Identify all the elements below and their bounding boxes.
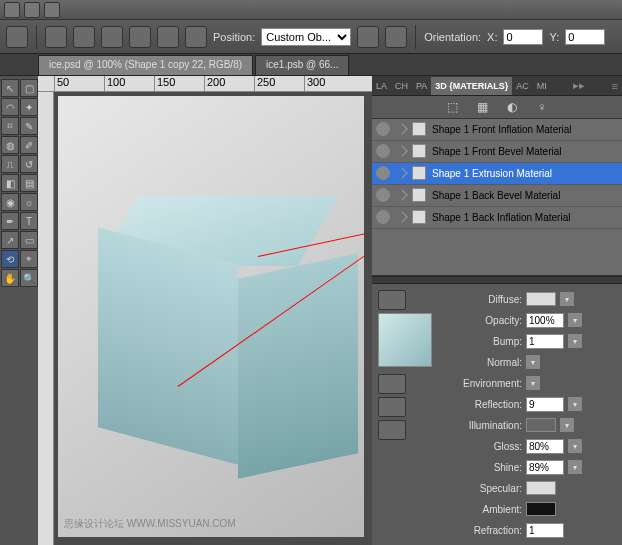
- expand-icon[interactable]: [396, 168, 407, 179]
- ruler-horizontal: 50 100 150 200 250 300: [38, 76, 372, 92]
- healing-tool[interactable]: ◍: [1, 136, 19, 154]
- 3d-rotate-tool[interactable]: ⟲: [1, 250, 19, 268]
- app-icon[interactable]: [4, 2, 20, 18]
- material-select-icon[interactable]: [378, 420, 406, 440]
- wand-tool[interactable]: ✦: [20, 98, 38, 116]
- y-input[interactable]: [565, 29, 605, 45]
- roll-icon[interactable]: [101, 26, 123, 48]
- material-row[interactable]: Shape 1 Front Bevel Material: [372, 141, 622, 163]
- light-filter-icon[interactable]: ♀: [534, 99, 550, 115]
- visibility-icon[interactable]: [376, 166, 390, 180]
- expand-icon[interactable]: [396, 146, 407, 157]
- texture-menu-icon[interactable]: ▾: [568, 439, 582, 453]
- save-icon[interactable]: [357, 26, 379, 48]
- marquee-tool[interactable]: ▢: [20, 79, 38, 97]
- material-drop-icon[interactable]: [378, 374, 406, 394]
- visibility-icon[interactable]: [376, 188, 390, 202]
- illumination-swatch[interactable]: [526, 418, 556, 432]
- material-name: Shape 1 Front Inflation Material: [432, 124, 572, 135]
- tab-actions[interactable]: AC: [512, 77, 533, 95]
- ambient-swatch[interactable]: [526, 502, 556, 516]
- stamp-tool[interactable]: ⎍: [1, 155, 19, 173]
- texture-menu-icon[interactable]: ▾: [568, 313, 582, 327]
- scene-filter-icon[interactable]: ⬚: [444, 99, 460, 115]
- tab-ice1-psb[interactable]: ice1.psb @ 66...: [255, 55, 349, 75]
- dodge-tool[interactable]: ☼: [20, 193, 38, 211]
- type-tool[interactable]: T: [20, 212, 38, 230]
- texture-menu-icon[interactable]: ▾: [560, 418, 574, 432]
- gloss-input[interactable]: [526, 439, 564, 454]
- refraction-input[interactable]: [526, 523, 564, 538]
- crop-tool[interactable]: ⌗: [1, 117, 19, 135]
- rotate-icon[interactable]: [73, 26, 95, 48]
- texture-menu-icon[interactable]: ▾: [526, 376, 540, 390]
- opacity-input[interactable]: [526, 313, 564, 328]
- pen-tool[interactable]: ✒: [1, 212, 19, 230]
- visibility-icon[interactable]: [376, 122, 390, 136]
- illumination-label: Illumination:: [444, 420, 522, 431]
- delete-icon[interactable]: [385, 26, 407, 48]
- reflection-input[interactable]: [526, 397, 564, 412]
- blur-tool[interactable]: ◉: [1, 193, 19, 211]
- visibility-icon[interactable]: [376, 144, 390, 158]
- toolbox: ↖ ▢ ◠ ✦ ⌗ ✎ ◍ ✐ ⎍ ↺ ◧ ▤ ◉ ☼ ✒ T ↗ ▭ ⟲ ⌖ …: [0, 76, 38, 545]
- panel-tabs: LA CH PA 3D {MATERIALS} AC MI ▸▸ ≡: [372, 76, 622, 96]
- texture-menu-icon[interactable]: ▾: [568, 460, 582, 474]
- material-row[interactable]: Shape 1 Back Bevel Material: [372, 185, 622, 207]
- material-row[interactable]: Shape 1 Front Inflation Material: [372, 119, 622, 141]
- material-row[interactable]: Shape 1 Extrusion Material: [372, 163, 622, 185]
- move-tool[interactable]: ↖: [1, 79, 19, 97]
- 3d-camera-tool[interactable]: ⌖: [20, 250, 38, 268]
- visibility-icon[interactable]: [376, 210, 390, 224]
- tab-mini[interactable]: MI: [533, 77, 551, 95]
- material-picker-icon[interactable]: [378, 290, 406, 310]
- material-row[interactable]: Shape 1 Back Inflation Material: [372, 207, 622, 229]
- eyedropper-tool[interactable]: ✎: [20, 117, 38, 135]
- tab-3d-materials[interactable]: 3D {MATERIALS}: [431, 77, 512, 95]
- zoom-tool[interactable]: 🔍: [20, 269, 38, 287]
- home-icon[interactable]: [45, 26, 67, 48]
- hand-tool[interactable]: ✋: [1, 269, 19, 287]
- viewmode-icon[interactable]: [44, 2, 60, 18]
- mesh-filter-icon[interactable]: ▦: [474, 99, 490, 115]
- tab-ice-psd[interactable]: ice.psd @ 100% (Shape 1 copy 22, RGB/8): [38, 55, 253, 75]
- 3d-object-icon[interactable]: [6, 26, 28, 48]
- diffuse-swatch[interactable]: [526, 292, 556, 306]
- history-brush-tool[interactable]: ↺: [20, 155, 38, 173]
- position-dropdown[interactable]: Custom Ob...: [261, 28, 351, 46]
- specular-swatch[interactable]: [526, 481, 556, 495]
- slide-icon[interactable]: [157, 26, 179, 48]
- shine-input[interactable]: [526, 460, 564, 475]
- scale-icon[interactable]: [185, 26, 207, 48]
- tab-channels[interactable]: CH: [391, 77, 412, 95]
- expand-icon[interactable]: [396, 190, 407, 201]
- eraser-tool[interactable]: ◧: [1, 174, 19, 192]
- pan-icon[interactable]: [129, 26, 151, 48]
- canvas[interactable]: 思缘设计论坛 WWW.MISSYUAN.COM: [58, 96, 364, 537]
- path-tool[interactable]: ↗: [1, 231, 19, 249]
- texture-menu-icon[interactable]: ▾: [560, 292, 574, 306]
- bridge-icon[interactable]: [24, 2, 40, 18]
- lasso-tool[interactable]: ◠: [1, 98, 19, 116]
- panel-overflow-icon[interactable]: ▸▸: [569, 79, 589, 92]
- material-preview[interactable]: [378, 313, 432, 367]
- material-load-icon[interactable]: [378, 397, 406, 417]
- brush-tool[interactable]: ✐: [20, 136, 38, 154]
- expand-icon[interactable]: [396, 124, 407, 135]
- panel-divider[interactable]: [372, 276, 622, 284]
- texture-menu-icon[interactable]: ▾: [568, 334, 582, 348]
- gradient-tool[interactable]: ▤: [20, 174, 38, 192]
- material-name: Shape 1 Extrusion Material: [432, 168, 552, 179]
- panel-menu-icon[interactable]: ≡: [608, 80, 622, 92]
- expand-icon[interactable]: [396, 212, 407, 223]
- x-input[interactable]: [503, 29, 543, 45]
- material-filter-icon[interactable]: ◐: [504, 99, 520, 115]
- texture-menu-icon[interactable]: ▾: [568, 397, 582, 411]
- bump-input[interactable]: [526, 334, 564, 349]
- y-label: Y:: [549, 31, 559, 43]
- tab-paths[interactable]: PA: [412, 77, 431, 95]
- shape-tool[interactable]: ▭: [20, 231, 38, 249]
- shine-label: Shine:: [444, 462, 522, 473]
- tab-layers[interactable]: LA: [372, 77, 391, 95]
- texture-menu-icon[interactable]: ▾: [526, 355, 540, 369]
